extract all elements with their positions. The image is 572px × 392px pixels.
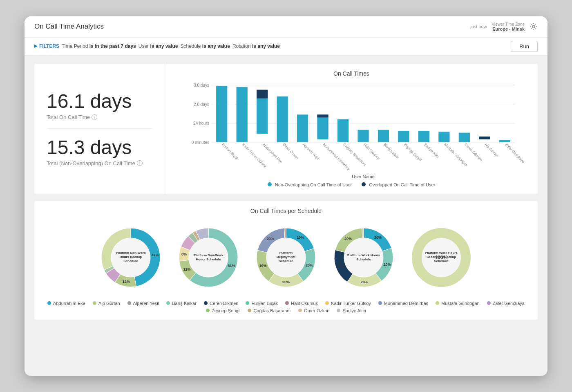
dashboard-container: On Call Time Analytics just now Viewer T… [25, 16, 547, 376]
legend-circle-2 [127, 301, 131, 305]
svg-text:8%: 8% [181, 252, 187, 256]
svg-rect-32 [418, 131, 429, 142]
svg-text:Ceren Dikmen: Ceren Dikmen [464, 142, 483, 162]
svg-text:20%: 20% [374, 235, 382, 240]
bottom-section: On Call Times per Schedule 47%12%Platfor… [34, 201, 538, 320]
legend-circle-12 [248, 309, 251, 312]
info-icon-2[interactable]: i [137, 160, 143, 166]
legend-item-12: Çağdaş Başaraner [248, 308, 291, 313]
page-title: On Call Time Analytics [34, 22, 104, 31]
non-overlapping-label: Total (Non-Overlapping) On Call Time i [47, 160, 152, 166]
svg-text:61%: 61% [228, 264, 235, 268]
legend-circle-14 [337, 309, 340, 312]
donut-svg-0: 47%12% [94, 221, 168, 294]
donut-svg-3: 20%20%20%20%20% [327, 221, 400, 294]
svg-text:20%: 20% [361, 280, 368, 284]
legend-item-13: Ömer Özkan [298, 308, 329, 313]
legend-item-14: Şadiye Alıcı [337, 308, 366, 313]
legend-label-0: Abdurrahim Eke [53, 301, 85, 306]
legend-item-7: Kadir Türker Gülsoy [325, 301, 371, 306]
legend-item-9: Mustafa Gündoğan [436, 301, 480, 306]
donut-item-2: 20%20%20%19%20%Platform Deployment Sched… [249, 221, 323, 294]
svg-rect-30 [398, 131, 409, 142]
timestamp: just now [470, 24, 487, 29]
svg-rect-12 [237, 87, 248, 142]
svg-rect-22 [317, 114, 328, 117]
svg-text:0 minutes: 0 minutes [192, 140, 209, 145]
donut-item-0: 47%12%Platform Non-Work Hours Backup Sch… [94, 221, 168, 294]
legend-label-14: Şadiye Alıcı [342, 308, 366, 313]
svg-text:20%: 20% [267, 236, 274, 240]
svg-rect-39 [479, 137, 490, 139]
svg-text:Alp Gürtan: Alp Gürtan [484, 142, 499, 157]
legend-dot-non-overlap [268, 182, 272, 186]
legend-item-3: Barış Kalkar [166, 301, 197, 306]
svg-text:20%: 20% [282, 280, 290, 284]
legend-item-4: Ceren Dikmen [204, 301, 238, 306]
svg-rect-15 [257, 90, 268, 98]
timezone-info: Viewer Time Zone Europe - Minsk [492, 22, 525, 31]
non-overlapping-value: 15.3 days [47, 137, 152, 159]
svg-text:12%: 12% [123, 279, 130, 283]
schedule-chart-title: On Call Times per Schedule [42, 208, 530, 214]
legend-circle-10 [487, 301, 491, 305]
svg-rect-36 [459, 132, 470, 142]
bar-chart-svg: 0 minutes24 hours2.0 days3.0 daysFurkan … [173, 81, 530, 179]
svg-rect-41 [499, 140, 510, 142]
legend-circle-5 [246, 301, 249, 305]
legend-item-0: Abdurrahim Eke [47, 301, 85, 306]
legend-circle-9 [436, 301, 439, 305]
legend-circle-3 [166, 301, 170, 305]
legend-item-8: Muhammed Demirbaş [378, 301, 428, 306]
svg-text:3.0 days: 3.0 days [194, 83, 209, 87]
total-on-call-stat: 16.1 days Total On Call Time i [47, 83, 152, 128]
legend-label-4: Ceren Dikmen [210, 301, 238, 306]
svg-rect-17 [277, 96, 288, 142]
stats-panel: 16.1 days Total On Call Time i 15.3 days… [34, 64, 165, 194]
svg-rect-28 [378, 130, 389, 142]
svg-text:100%: 100% [435, 255, 448, 260]
svg-rect-34 [438, 132, 449, 142]
info-icon-1[interactable]: i [92, 114, 97, 120]
filters-bar: FILTERS Time Period is in the past 7 day… [25, 38, 547, 56]
legend-label-9: Mustafa Gündoğan [441, 301, 480, 306]
legend-item-1: Alp Gürtan [93, 301, 120, 306]
settings-icon[interactable] [530, 22, 538, 31]
svg-text:Furkan Bıçak: Furkan Bıçak [221, 142, 239, 161]
donut-svg-2: 20%20%20%19%20% [249, 221, 323, 294]
svg-text:12%: 12% [183, 267, 190, 271]
svg-text:20%: 20% [306, 263, 313, 267]
legend-label-overlap: Overlapped On Call Time of User [369, 182, 435, 187]
run-button[interactable]: Run [511, 41, 538, 52]
legend-label-7: Kadir Türker Gülsoy [331, 301, 371, 306]
legend-label-3: Barış Kalkar [172, 301, 197, 306]
legend-label-6: Halit Okumuş [291, 301, 318, 306]
svg-rect-10 [216, 86, 227, 142]
filters-label[interactable]: FILTERS [34, 43, 59, 49]
svg-text:Zafer Gençkaya: Zafer Gençkaya [504, 142, 525, 164]
main-content: 16.1 days Total On Call Time i 15.3 days… [25, 56, 547, 328]
legend-circle-7 [325, 301, 329, 305]
legend-label-8: Muhammed Demirbaş [384, 301, 428, 306]
svg-text:19%: 19% [259, 264, 267, 268]
donut-svg-1: 61%12%8% [172, 221, 245, 294]
total-on-call-value: 16.1 days [47, 91, 152, 112]
svg-text:Barış Kalkar: Barış Kalkar [383, 142, 400, 159]
donut-item-3: 20%20%20%20%20%Platform Work Hours Sched… [327, 221, 400, 294]
legend-non-overlap: Non-Overlapping On Call Time of User [268, 182, 352, 187]
legend-label-non-overlap: Non-Overlapping On Call Time of User [275, 182, 352, 187]
svg-text:2.0 days: 2.0 days [194, 102, 209, 106]
bar-chart-area: 0 minutes24 hours2.0 days3.0 daysFurkan … [173, 81, 530, 179]
svg-text:20%: 20% [344, 236, 352, 240]
legend-circle-11 [206, 309, 210, 312]
legend-label-11: Zeynep Şengil [212, 308, 240, 313]
svg-text:Abdurrahim Eke: Abdurrahim Eke [261, 142, 283, 164]
legend-item-6: Halit Okumuş [285, 301, 318, 306]
svg-text:24 hours: 24 hours [193, 121, 209, 125]
legend-circle-13 [298, 309, 302, 312]
legend-overlap: Overlapped On Call Time of User [362, 182, 435, 187]
legend-item-5: Furkan Bıçak [246, 301, 278, 306]
legend-circle-1 [93, 301, 96, 305]
svg-text:Zeynep Şengil: Zeynep Şengil [403, 142, 423, 162]
svg-text:Şadiye Alıcı: Şadiye Alıcı [423, 142, 440, 159]
